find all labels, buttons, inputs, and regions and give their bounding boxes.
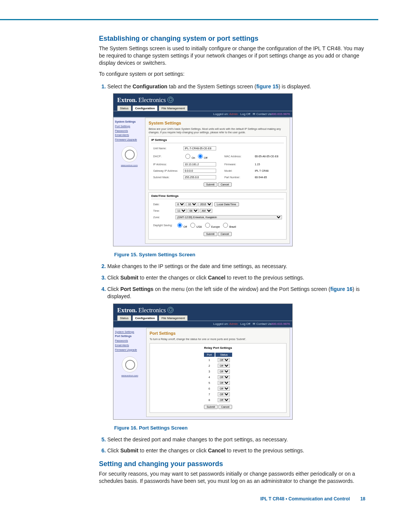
text: to enter the changes or click [139, 447, 208, 454]
text: Click [107, 447, 120, 454]
dst-label: Daylight Saving: [152, 221, 174, 230]
unit-name-input[interactable] [183, 146, 216, 150]
subnet-input[interactable] [183, 175, 216, 179]
contact-us-link[interactable]: Contact Us [256, 112, 271, 116]
date-label: Date: [152, 201, 174, 207]
mac-value: 00-05-A6-05-CE-E8 [253, 152, 283, 161]
tab-status[interactable]: Status [117, 315, 131, 321]
sidebar-item-system-settings[interactable]: System Settings [115, 120, 143, 124]
dst-br-label: Brazil [229, 225, 236, 228]
sidebar-item-port-settings[interactable]: Port Settings [115, 334, 145, 338]
zone-label: Zone: [152, 214, 174, 220]
gateway-input[interactable] [183, 169, 216, 173]
port-submit-button[interactable]: Submit [204, 405, 218, 409]
date-month-select[interactable]: 8 [175, 202, 185, 206]
phone-number: 800.633.9876 [271, 322, 290, 326]
dst-br-radio[interactable] [223, 223, 228, 228]
dhcp-off-radio[interactable] [198, 154, 203, 159]
figure-reference: figure 16 [330, 286, 352, 292]
dhcp-label: DHCP: [152, 152, 182, 161]
tab-configuration[interactable]: Configuration [132, 315, 158, 321]
table-row: 5Off [204, 380, 233, 385]
subnet-label: Subnet Mask: [152, 174, 182, 180]
firmware-value: 1.15 [253, 161, 283, 167]
extron-logo-icon [121, 146, 137, 162]
figure-16-screenshot: Extron. Electronics Status Configuration… [113, 304, 293, 420]
brand-word-2: Electronics [139, 307, 166, 313]
text: Select the [107, 83, 132, 89]
part-number-label: Part Number: [223, 174, 253, 180]
dt-submit-button[interactable]: Submit [204, 232, 217, 236]
main-tabs: Status Configuration File Management [113, 105, 292, 111]
user-bar: 800.633.9876 Logged on: Admin Log Off ✉ … [113, 321, 292, 328]
time-hour-select[interactable]: 11 [175, 209, 187, 213]
steps-list-cont2: Select the desired port and make changes… [99, 436, 365, 455]
port-1-status-select[interactable]: Off [218, 358, 230, 362]
table-row: 3Off [204, 369, 233, 374]
figure-16-caption: Figure 16. Port Settings Screen [114, 425, 365, 431]
dst-off-radio[interactable] [177, 223, 182, 228]
port-4-status-select[interactable]: Off [218, 375, 230, 379]
port-2-status-select[interactable]: Off [218, 364, 230, 368]
dhcp-on-radio[interactable] [185, 154, 190, 159]
ip-cancel-button[interactable]: Cancel [218, 182, 232, 187]
tab-file-management[interactable]: File Management [159, 105, 188, 111]
extron-brand: Extron. Electronics [113, 94, 292, 105]
extron-url-link[interactable]: www.extron.com [115, 374, 145, 377]
ip-address-input[interactable] [183, 162, 216, 166]
sidebar-item-passwords[interactable]: Passwords [115, 129, 143, 133]
zone-select[interactable]: (GMT-12:00) Eniwetok, Kwajalein [175, 215, 282, 219]
sidebar-item-email-alerts[interactable]: Email Alerts [115, 133, 143, 137]
brand-word-1: Extron. [117, 307, 137, 313]
tab-configuration[interactable]: Configuration [132, 105, 158, 111]
table-row: 1Off [204, 358, 233, 363]
text: Click [107, 286, 120, 292]
date-year-select[interactable]: 2010 [198, 202, 213, 206]
port-3-status-select[interactable]: Off [218, 369, 230, 374]
dst-eu-radio[interactable] [205, 223, 210, 228]
port-7-status-select[interactable]: Off [218, 392, 230, 396]
dst-usa-radio[interactable] [190, 223, 195, 228]
port-cancel-button[interactable]: Cancel [218, 405, 232, 409]
sidebar-item-passwords[interactable]: Passwords [115, 339, 145, 343]
relay-port-panel: Relay Port Settings PortStatus 1Off 2Off… [150, 343, 287, 412]
table-row: 6Off [204, 386, 233, 391]
text: ) is displayed. [279, 83, 311, 89]
sidebar-item-port-settings[interactable]: Port Settings [115, 125, 143, 128]
port-num: 1 [204, 358, 215, 363]
document-page: Establishing or changing system or port … [99, 20, 365, 524]
tab-file-management[interactable]: File Management [159, 315, 188, 321]
dt-cancel-button[interactable]: Cancel [218, 232, 232, 236]
log-off-link[interactable]: Log Off [241, 112, 250, 116]
ip-settings-header: IP Settings [151, 138, 284, 143]
local-datetime-button[interactable]: Local Date/Time [214, 202, 239, 206]
extron-url-link[interactable]: www.extron.com [115, 164, 143, 167]
port-5-status-select[interactable]: Off [218, 381, 230, 385]
section-heading-1: Establishing or changing system or port … [99, 35, 365, 43]
sidebar-item-firmware-upgrade[interactable]: Firmware Upgrade [115, 348, 145, 352]
tab-status[interactable]: Status [117, 105, 131, 111]
port-8-status-select[interactable]: Off [218, 398, 230, 402]
sidebar-item-email-alerts[interactable]: Email Alerts [115, 343, 145, 347]
contact-us-link[interactable]: Contact Us [256, 322, 271, 326]
log-off-link[interactable]: Log Off [241, 322, 250, 326]
panel-title: System Settings [148, 120, 287, 126]
main-panel: Port Settings To turn a Relay on/off, ch… [146, 328, 290, 417]
ip-submit-button[interactable]: Submit [204, 182, 217, 187]
bold-text: Configuration [132, 83, 167, 89]
sidebar-item-firmware-upgrade[interactable]: Firmware Upgrade [115, 138, 143, 142]
step-3: Click Submit to enter the changes or cli… [107, 274, 365, 282]
port-6-status-select[interactable]: Off [218, 387, 230, 391]
time-min-select[interactable]: 06 [188, 209, 199, 213]
model-label: Model: [223, 168, 253, 174]
step-5: Select the desired port and make changes… [107, 436, 365, 444]
date-day-select[interactable]: 10 [186, 202, 198, 206]
sidebar-item-system-settings[interactable]: System Settings [115, 330, 145, 334]
col-status: Status [215, 353, 232, 357]
datetime-settings-panel: Date/Time Settings Date: 8 10 2010 Local… [148, 192, 287, 240]
figure-15-caption: Figure 15. System Settings Screen [114, 252, 365, 257]
gateway-label: Gateway IP Address: [152, 168, 182, 174]
table-row: 8Off [204, 398, 233, 403]
time-ampm-select[interactable]: AM [200, 209, 212, 213]
page-footer: IPL T CR48 • Communication and Control 1… [99, 496, 365, 502]
